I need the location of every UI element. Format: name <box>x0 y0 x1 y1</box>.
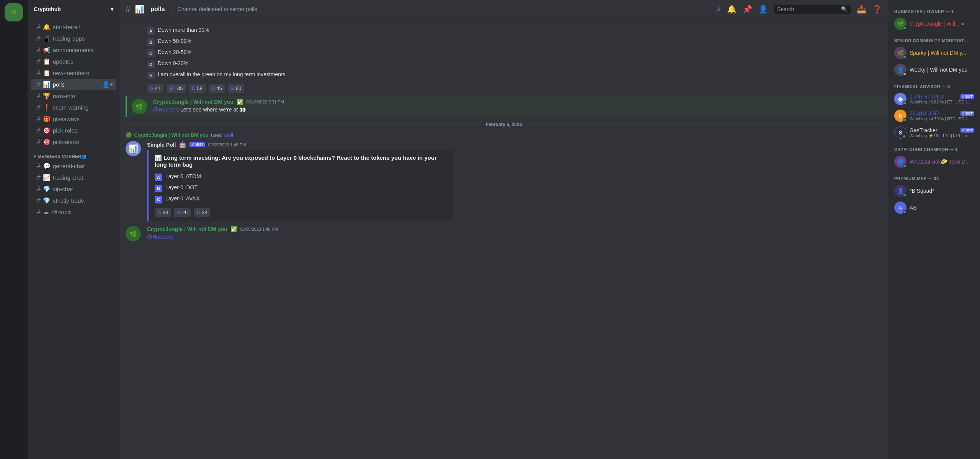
member-sub-gas: Watching ⚡16 | ⬆14 |⬇14 | lh... <box>910 133 974 138</box>
member-item-sparky[interactable]: 🌿 Sparky | Will not DM y... <box>891 44 977 61</box>
option-text: I am overall in the green on my long ter… <box>158 71 285 77</box>
server-sidebar: 🌿 <box>0 0 28 459</box>
vote-badge-e[interactable]: E 60 <box>228 84 244 93</box>
vote-letter: C <box>192 86 196 91</box>
member-avatar-sparky: 🌿 <box>894 47 906 59</box>
poll-option: C Down 20-50% <box>147 48 453 58</box>
username-cj2[interactable]: CrypticJungle | Will not DM you <box>147 226 227 232</box>
channel-item-new-members[interactable]: # 📋 new-members <box>31 67 116 79</box>
member-item-gas-bot[interactable]: ⚙ GasTracker ✓ BOT Watching ⚡16 | ⬆14 |⬇… <box>891 124 977 141</box>
notifications-icon[interactable]: 🔔 <box>727 5 737 14</box>
mention-hubbers[interactable]: @Hubbers <box>147 234 173 240</box>
chevron-down-icon: ▾ <box>111 6 113 12</box>
member-item-bsquad[interactable]: 👤 *B Squad* <box>891 182 977 199</box>
vote-badge-c[interactable]: C 58 <box>189 84 206 93</box>
channel-item-trading-apps[interactable]: # 📱 trading-apps <box>31 33 116 44</box>
hash-icon: # <box>37 23 41 31</box>
username[interactable]: CrypticJungle | Will not DM you <box>153 99 234 105</box>
vote-badge-d[interactable]: D 45 <box>209 84 225 93</box>
channel-item-pick-alerts[interactable]: # 🎯 pick-alerts <box>31 136 116 148</box>
member-item-btc-bot[interactable]: ₿ 28,413 USD ✓ BOT Watching +4.79 % | BT… <box>891 107 977 124</box>
poll-option: D Down 0-20% <box>147 59 453 69</box>
member-item-whatdafook[interactable]: 🌀 WhatDaFook🌮 Taco D... <box>891 153 977 170</box>
timestamp-bot: 02/05/2023 1:46 PM <box>208 143 246 147</box>
members-icon[interactable]: 👤 <box>758 5 768 14</box>
channel-item-giveaways[interactable]: # 🎁 giveaways <box>31 113 116 125</box>
poll-option: C Layer 0: AVAX <box>155 195 447 204</box>
inbox-icon[interactable]: 📥 <box>857 5 866 14</box>
main-content: # 📊 polls Channel dedicated to server po… <box>119 0 888 459</box>
member-avatar-btc: ₿ <box>894 110 906 122</box>
channel-item-pick-roles[interactable]: # 🎯 pick-roles <box>31 125 116 136</box>
message-header-bot: Simple Poll 🤖 ✓ BOT 02/05/2023 1:46 PM <box>147 141 882 148</box>
channel-item-announcements[interactable]: # 📢 announcements <box>31 44 116 56</box>
bot-tag: ✓ BOT <box>960 111 974 116</box>
channel-item-strictly-trade[interactable]: # 💎 strictly-trade <box>31 195 116 206</box>
server-icon-cryptohub[interactable]: 🌿 <box>5 3 23 21</box>
hash-icon: # <box>37 162 41 170</box>
slash-user-avatar: 🌿 <box>126 132 132 138</box>
channel-title: polls <box>150 6 165 13</box>
member-item-eth-bot[interactable]: ◆ 1,797.87 USD ✓ BOT Watching +0.82 % | … <box>891 90 977 107</box>
thread-icon[interactable]: # <box>717 5 721 13</box>
member-avatar-cj: 🌿 <box>894 18 906 30</box>
vote-letter: B <box>170 86 173 91</box>
message-content-cj2: CrypticJungle | Will not DM you ✅ 02/05/… <box>147 226 882 241</box>
channel-item-trading-chat[interactable]: # 📈 trading-chat <box>31 172 116 183</box>
help-icon[interactable]: ❓ <box>872 5 882 14</box>
status-dot <box>903 118 906 122</box>
date-label: February 5, 2023 <box>486 122 522 127</box>
member-item-wecky[interactable]: 👤 Wecky | Will not DM you <box>891 61 977 78</box>
vote-count: 26 <box>182 210 188 215</box>
section-members-corner[interactable]: ▾ MEMBERS CORNER👥 <box>28 148 119 161</box>
bot-emoji: 🤖 <box>179 141 186 148</box>
channel-item-start-here[interactable]: # 🔔 start-here ‼ <box>31 21 116 33</box>
search-box[interactable]: 🔍 <box>774 5 851 14</box>
channel-item-general-chat[interactable]: # 💬 general-chat <box>31 161 116 172</box>
member-item-as[interactable]: A AS <box>891 199 977 216</box>
vote-count: 33 <box>202 210 207 215</box>
message-group-bot-poll: 📊 Simple Poll 🤖 ✓ BOT 02/05/2023 1:46 PM… <box>119 139 888 223</box>
option-letter-e: E <box>147 72 155 79</box>
channel-item-scam-warning[interactable]: # ❗ scam-warning <box>31 102 116 113</box>
vote-letter: E <box>231 86 234 91</box>
member-item-crypticjungle[interactable]: 🌿 CrypticJungle | Will... ● <box>891 15 977 32</box>
channel-item-polls[interactable]: # 📊 polls 👤+ <box>31 79 116 90</box>
message-content: CrypticJungle | Will not DM you ✅ 06/18/… <box>153 99 882 113</box>
member-name-whatdafook: WhatDaFook🌮 Taco D... <box>910 159 974 165</box>
section-label: MEMBERS CORNER👥 <box>38 154 87 159</box>
vote-badge-b[interactable]: B 135 <box>167 84 186 93</box>
status-dot <box>903 55 906 59</box>
channel-item-rank-info[interactable]: # 🏆 rank-info <box>31 90 116 102</box>
member-name-cj: CrypticJungle | Will... ● <box>910 21 974 27</box>
section-title-mod: SENIOR COMMUNITY MODERAT... <box>891 35 977 44</box>
vote-count: 58 <box>197 85 202 91</box>
hash-icon: # <box>37 174 41 182</box>
server-header[interactable]: Cryptohub ▾ <box>28 0 119 18</box>
section-title-advisor: FINANCIAL ADVISOR — 3 <box>891 81 977 90</box>
member-avatar-whatdafook: 🌀 <box>894 156 906 168</box>
members-panel: HUBMASTER | OWNER — 1 🌿 CrypticJungle | … <box>888 0 980 459</box>
search-input[interactable] <box>777 6 838 12</box>
channel-item-updates[interactable]: # 📋 updates <box>31 56 116 67</box>
channel-item-off-topic[interactable]: # ☁ off-topic <box>31 207 116 218</box>
vote-badge-a[interactable]: A 41 <box>147 84 163 93</box>
message-group-cj2: 🌿 CrypticJungle | Will not DM you ✅ 02/0… <box>119 225 888 243</box>
pin-icon[interactable]: 📌 <box>743 5 752 14</box>
channel-list: # 🔔 start-here ‼ # 📱 trading-apps # 📢 an… <box>28 18 119 459</box>
member-avatar-eth: ◆ <box>894 93 906 105</box>
vote-letter: D <box>212 86 215 91</box>
add-member-icon[interactable]: 👤+ <box>102 81 113 88</box>
vote-badge-a2[interactable]: A 33 <box>155 208 171 217</box>
section-title-premium-mvp: PREMIUM-MVP — 33 <box>891 173 977 182</box>
hash-icon: # <box>37 138 41 146</box>
channel-item-vip-chat[interactable]: # 💎 vip-chat <box>31 184 116 195</box>
bot-username[interactable]: Simple Poll <box>147 142 176 148</box>
date-divider: February 5, 2023 <box>119 119 888 130</box>
vote-badge-b2[interactable]: B 26 <box>174 208 191 217</box>
mention[interactable]: @Hubbers <box>153 107 179 113</box>
poll-option: B Layer 0: DOT <box>155 184 447 193</box>
section-title-champion: CRYPTOHUB CHAMPION — 1 <box>891 144 977 153</box>
slash-used-message: 🌿 CrypticJungle | Will not DM you used /… <box>119 130 888 139</box>
vote-badge-c2[interactable]: C 33 <box>194 208 210 217</box>
